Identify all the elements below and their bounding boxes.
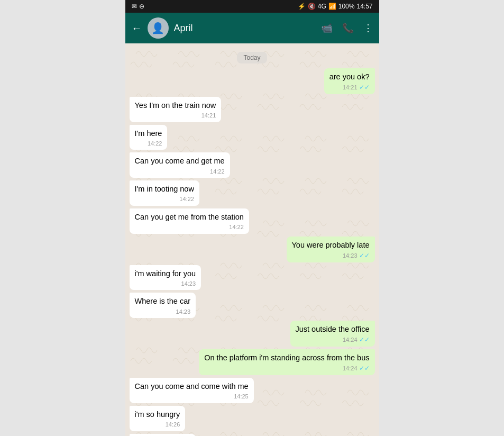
battery-label: 100% [338,3,355,10]
status-left: ✉ ⊖ [132,3,144,10]
alarm-icon: ⊖ [139,3,144,10]
bubble-meta: 14:23 [135,280,196,288]
bubble-meta: 14:23 [135,308,191,316]
bubble-meta: 14:24✓✓ [204,364,369,373]
message-text: Can you get me from the station [135,213,244,221]
message-time: 14:22 [148,140,162,148]
message-bubble: Yes I'm on the train now14:21 [130,97,222,122]
message-time: 14:21 [201,112,216,120]
message-time: 14:23 [176,308,191,316]
bubble-meta: 14:22 [135,140,162,148]
message-row: are you ok?14:21✓✓ [130,68,375,94]
message-text: On the platform i'm standing across from… [204,353,369,362]
message-text: Where is the car [135,297,191,305]
message-time: 14:21 [343,84,358,92]
message-bubble: Can you get me from the station14:22 [130,208,249,234]
bubble-meta: 14:26 [135,421,180,429]
message-time: 14:24 [343,365,358,373]
bubble-meta: 14:22 [135,195,194,203]
message-ticks: ✓✓ [359,83,370,92]
message-text: i'm waiting for you [135,269,196,278]
message-text: Just outside the office [296,325,370,333]
message-bubble: Can you come and get me14:22 [130,152,230,178]
menu-button[interactable]: ⋮ [363,22,373,34]
message-time: 14:24 [343,336,358,344]
message-bubble: On the platform i'm standing across from… [199,349,374,375]
message-row: i'm waiting for you14:23 [130,265,375,290]
message-bubble: You were probably late14:23✓✓ [287,237,375,262]
message-ticks: ✓✓ [359,364,370,373]
message-time: 14:25 [234,393,249,401]
message-row: You were probably late14:23✓✓ [130,237,375,262]
message-bubble: I'm at the station14:26 [130,434,196,436]
bubble-meta: 14:24✓✓ [296,335,370,344]
message-ticks: ✓✓ [359,335,370,344]
mail-icon: ✉ [132,3,137,10]
mute-icon: 🔇 [308,3,316,10]
header-icons: 📹 📞 ⋮ [321,22,373,34]
bubble-meta: 14:21✓✓ [329,83,370,92]
bluetooth-icon: ⚡ [298,3,306,10]
message-bubble: i'm waiting for you14:23 [130,265,201,290]
bubble-meta: 14:23✓✓ [292,251,370,260]
message-row: I'm in tooting now14:22 [130,180,375,206]
chat-area: Today are you ok?14:21✓✓Yes I'm on the t… [125,43,379,436]
status-bar: ✉ ⊖ ⚡ 🔇 4G 📶 100% 14:57 [125,0,379,13]
video-call-button[interactable]: 📹 [321,22,333,34]
message-bubble: Just outside the office14:24✓✓ [290,321,375,347]
message-time: 14:22 [210,168,225,176]
message-text: I'm here [135,129,162,138]
avatar: 👤 [148,17,169,39]
message-row: I'm at the station14:26 [130,434,375,436]
message-text: I'm in tooting now [135,185,194,193]
message-time: 14:26 [166,421,180,429]
message-row: Just outside the office14:24✓✓ [130,321,375,347]
message-bubble: Can you come and come with me14:25 [130,378,254,403]
message-time: 14:23 [343,252,358,260]
chat-header: ← 👤 April 📹 📞 ⋮ [125,13,379,43]
bubble-meta: 14:25 [135,393,249,401]
message-bubble: I'm in tooting now14:22 [130,180,199,206]
message-text: Can you come and get me [135,157,225,165]
bubble-meta: 14:21 [135,112,216,120]
message-bubble: i'm so hungry14:26 [130,406,186,431]
message-row: Can you come and get me14:22 [130,152,375,178]
message-text: are you ok? [329,72,370,81]
signal-icon: 📶 [328,3,336,10]
message-row: On the platform i'm standing across from… [130,349,375,375]
message-text: Yes I'm on the train now [135,101,216,110]
contact-name: April [174,23,316,34]
message-row: I'm here14:22 [130,125,375,150]
message-bubble: I'm here14:22 [130,125,168,150]
message-bubble: Where is the car14:23 [130,293,196,318]
message-row: Can you get me from the station14:22 [130,208,375,234]
message-row: i'm so hungry14:26 [130,406,375,431]
message-row: Can you come and come with me14:25 [130,378,375,403]
message-text: Can you come and come with me [135,382,249,390]
time-label: 14:57 [356,3,372,10]
call-button[interactable]: 📞 [342,22,354,34]
message-time: 14:22 [179,195,194,203]
back-button[interactable]: ← [132,22,142,34]
message-text: i'm so hungry [135,410,180,419]
message-ticks: ✓✓ [359,251,370,260]
message-row: Where is the car14:23 [130,293,375,318]
message-time: 14:22 [229,223,244,231]
network-icon: 4G [318,3,326,10]
status-right: ⚡ 🔇 4G 📶 100% 14:57 [298,3,373,10]
date-divider: Today [237,52,267,63]
message-text: You were probably late [292,241,370,249]
message-time: 14:23 [181,280,196,288]
bubble-meta: 14:22 [135,223,244,231]
phone-frame: ✉ ⊖ ⚡ 🔇 4G 📶 100% 14:57 ← 👤 April 📹 📞 ⋮ … [125,0,379,436]
message-bubble: are you ok?14:21✓✓ [324,68,375,94]
message-row: Yes I'm on the train now14:21 [130,97,375,122]
bubble-meta: 14:22 [135,168,225,176]
